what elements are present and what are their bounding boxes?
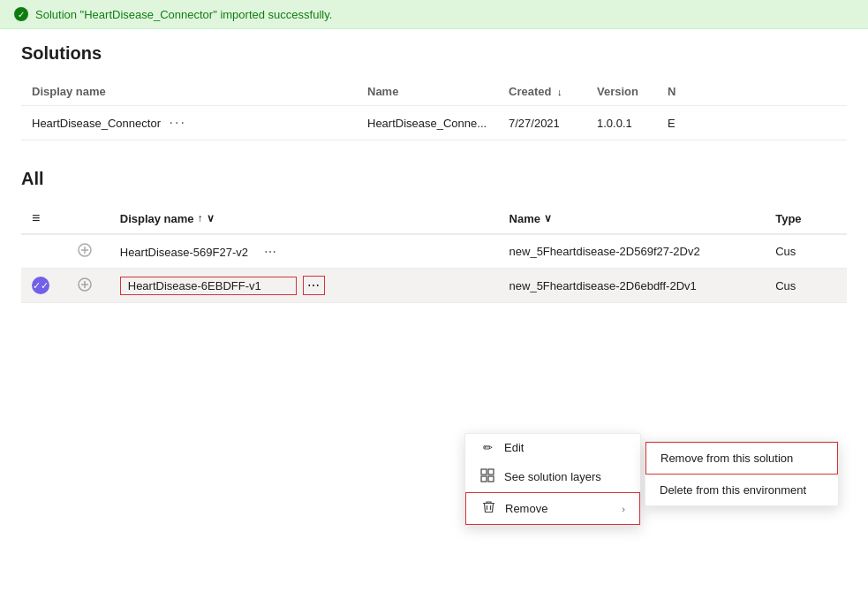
all-row-1-check [21, 234, 66, 269]
all-row-2-ellipsis[interactable]: ⋯ [303, 276, 325, 295]
delete-from-environment-label: Delete from this environment [660, 483, 806, 497]
svg-rect-2 [481, 469, 487, 475]
sub-menu-remove-from-solution[interactable]: Remove from this solution [645, 442, 838, 475]
connector-icon-2 [77, 282, 93, 295]
layers-icon [479, 468, 495, 485]
th-version: Version [586, 78, 657, 106]
svg-rect-4 [481, 476, 487, 482]
solutions-header-row: Display name Name Created ↓ Version N [21, 78, 847, 106]
th-all-name: Name ∨ [499, 203, 766, 234]
all-row-2-check: ✓ [21, 269, 66, 303]
all-row-2-type: Cus [765, 269, 847, 303]
remove-chevron-icon: › [622, 504, 625, 514]
th-display-name: Display name [21, 78, 357, 106]
display-name-bordered: HeartDisease-6EBDFF-v1 [120, 277, 297, 295]
all-row-1: HeartDisease-569F27-v2 ⋯ new_5Fheartdise… [21, 234, 847, 269]
sub-menu-delete-from-environment[interactable]: Delete from this environment [645, 475, 838, 505]
all-table: ≡ Display name ↑ ∨ Name ∨ [21, 203, 847, 303]
solutions-extra: E [657, 106, 847, 141]
success-banner: Solution "HeartDisease_Connector" import… [0, 0, 868, 29]
th-extra: N [657, 78, 847, 106]
display-sort-asc-icon[interactable]: ↑ [198, 212, 203, 224]
list-filter-icon[interactable]: ≡ [32, 210, 40, 225]
th-type: Type [765, 203, 847, 234]
all-row-2-icon [66, 269, 109, 303]
context-menu-edit[interactable]: ✏ Edit [465, 434, 640, 461]
svg-rect-3 [488, 469, 494, 475]
all-row-1-display: HeartDisease-569F27-v2 ⋯ [109, 234, 499, 269]
all-row-2-name: new_5Fheartdisease-2D6ebdff-2Dv1 [499, 269, 766, 303]
all-row-1-type: Cus [765, 234, 847, 269]
solutions-row: HeartDisease_Connector ··· HeartDisease_… [21, 106, 847, 141]
success-icon [14, 7, 28, 21]
solutions-display-name: HeartDisease_Connector ··· [21, 106, 357, 141]
th-all-display-name: Display name ↑ ∨ [109, 203, 499, 234]
context-menu-remove[interactable]: Remove › [465, 492, 640, 525]
edit-icon: ✏ [479, 441, 495, 454]
name-sort-icon[interactable]: ∨ [544, 212, 552, 224]
display-sort-filter-icon[interactable]: ∨ [207, 212, 215, 224]
solutions-created: 7/27/2021 [498, 106, 586, 141]
all-row-1-name: new_5Fheartdisease-2D569f27-2Dv2 [499, 234, 766, 269]
all-row-1-ellipsis[interactable]: ⋯ [259, 243, 283, 261]
remove-from-solution-label: Remove from this solution [660, 452, 793, 465]
all-title: All [21, 169, 847, 189]
all-row-2-display: HeartDisease-6EBDFF-v1 ⋯ [109, 269, 499, 303]
context-menu-see-layers[interactable]: See solution layers [465, 461, 640, 492]
sub-menu: Remove from this solution Delete from th… [645, 441, 839, 506]
all-header-row: ≡ Display name ↑ ∨ Name ∨ [21, 203, 847, 234]
context-menu: ✏ Edit See solution layers Remove › [464, 433, 641, 526]
th-name: Name [357, 78, 498, 106]
check-icon: ✓ [33, 280, 41, 292]
solutions-section: Solutions Display name Name Created ↓ Ve… [21, 43, 847, 141]
ellipsis-btn-solutions[interactable]: HeartDisease_Connector [32, 117, 161, 130]
svg-rect-5 [488, 476, 494, 482]
th-icon [66, 203, 109, 234]
th-created[interactable]: Created ↓ [498, 78, 586, 106]
edit-label: Edit [504, 441, 524, 454]
solutions-version: 1.0.0.1 [586, 106, 657, 141]
page-content: Solutions Display name Name Created ↓ Ve… [0, 29, 868, 317]
all-row-2: ✓ HeartDisease-6EBDFF-v1 ⋯ [21, 269, 847, 303]
created-sort-icon: ↓ [557, 87, 562, 97]
solutions-name: HeartDisease_Conne... [357, 106, 498, 141]
row-check-circle: ✓ [32, 277, 49, 294]
success-message: Solution "HeartDisease_Connector" import… [35, 8, 332, 21]
all-row-1-icon [66, 234, 109, 269]
all-section: All ≡ Display name ↑ ∨ [21, 169, 847, 303]
trash-icon [480, 500, 496, 517]
remove-label: Remove [505, 502, 547, 515]
solutions-table: Display name Name Created ↓ Version N [21, 78, 847, 141]
connector-icon-1 [77, 247, 93, 261]
solutions-row-ellipsis[interactable]: ··· [164, 113, 192, 133]
see-layers-label: See solution layers [504, 470, 601, 483]
solutions-title: Solutions [21, 43, 847, 64]
th-check: ≡ [21, 203, 66, 234]
